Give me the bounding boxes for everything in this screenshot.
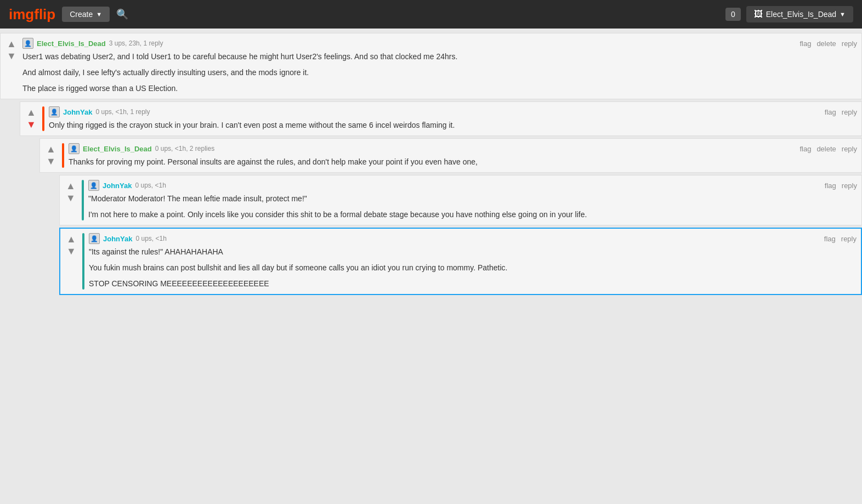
- downvote-button[interactable]: ▼: [65, 192, 77, 204]
- comment-username[interactable]: Elect_Elvis_Is_Dead: [83, 145, 152, 153]
- comment-user-icon: 👤: [88, 180, 99, 191]
- header-right: 0 🖼 Elect_Elvis_Is_Dead ▼: [725, 6, 853, 22]
- user-menu-chevron-icon: ▼: [840, 11, 846, 18]
- comment-block: ▲▼👤JohnYak0 ups, <1hflagreply"Its agains…: [59, 228, 862, 295]
- comment-content: 👤JohnYak0 ups, <1hflagreply"Its against …: [89, 233, 857, 290]
- comment-meta-left: 👤Elect_Elvis_Is_Dead0 ups, <1h, 2 replie…: [69, 143, 214, 154]
- comment-actions: flagreply: [825, 108, 857, 116]
- user-menu-button[interactable]: 🖼 Elect_Elvis_Is_Dead ▼: [746, 6, 853, 22]
- comment-meta: 👤JohnYak0 ups, <1hflagreply: [89, 233, 857, 244]
- comment-meta: 👤JohnYak0 ups, <1hflagreply: [88, 180, 857, 191]
- comment-paragraph: The place is rigged worse than a US Elec…: [22, 83, 857, 94]
- upvote-button[interactable]: ▲: [65, 233, 77, 245]
- comment-text: "Moderator Moderator! The mean leftie ma…: [88, 193, 857, 220]
- comment-username[interactable]: JohnYak: [63, 108, 92, 116]
- comment-block: ▲▼👤Elect_Elvis_Is_Dead0 ups, <1h, 2 repl…: [39, 138, 862, 173]
- comment-meta: 👤Elect_Elvis_Is_Dead3 ups, 23h, 1 replyf…: [22, 38, 857, 49]
- flag-link[interactable]: flag: [824, 235, 836, 243]
- header-left: imgflip Create ▼ 🔍: [9, 6, 128, 23]
- comment-content: 👤JohnYak0 ups, <1hflagreply"Moderator Mo…: [88, 180, 857, 220]
- comment-meta-left: 👤JohnYak0 ups, <1h, 1 reply: [49, 106, 150, 117]
- vote-column: ▲▼: [5, 38, 18, 62]
- comment-user-icon: 👤: [49, 106, 60, 117]
- reply-link[interactable]: reply: [842, 145, 857, 153]
- vote-column: ▲▼: [25, 106, 38, 131]
- delete-link[interactable]: delete: [816, 39, 836, 48]
- flag-link[interactable]: flag: [799, 145, 811, 153]
- reply-link[interactable]: reply: [842, 108, 857, 116]
- downvote-button[interactable]: ▼: [45, 155, 57, 167]
- comment-paragraph: You fukin mush brains can post bullshit …: [89, 262, 857, 274]
- indent-bar: [82, 180, 84, 220]
- create-label: Create: [70, 10, 93, 19]
- comment-content: 👤Elect_Elvis_Is_Dead0 ups, <1h, 2 replie…: [69, 143, 857, 168]
- comment-text: User1 was debating User2, and I told Use…: [22, 51, 857, 94]
- comment-username[interactable]: JohnYak: [103, 235, 132, 243]
- comment-block: ▲▼👤Elect_Elvis_Is_Dead3 ups, 23h, 1 repl…: [0, 33, 862, 99]
- comment-paragraph: Thanks for proving my point. Personal in…: [69, 156, 857, 168]
- comment-meta-info: 0 ups, <1h, 2 replies: [155, 145, 214, 152]
- reply-link[interactable]: reply: [842, 182, 857, 190]
- logo: imgflip: [9, 6, 55, 23]
- indent-bar: [42, 106, 44, 131]
- flag-link[interactable]: flag: [799, 39, 811, 48]
- comment-meta-left: 👤JohnYak0 ups, <1h: [89, 233, 167, 244]
- comment-paragraph: And almost daily, I see lefty's actually…: [22, 67, 857, 78]
- vote-column: ▲▼: [44, 143, 58, 167]
- flag-link[interactable]: flag: [825, 182, 836, 190]
- comment-actions: flagreply: [825, 182, 857, 190]
- downvote-button[interactable]: ▼: [5, 50, 18, 62]
- upvote-button[interactable]: ▲: [25, 106, 37, 118]
- comment-meta-info: 0 ups, <1h: [135, 182, 166, 189]
- flag-link[interactable]: flag: [825, 108, 836, 116]
- create-button[interactable]: Create ▼: [62, 7, 110, 22]
- notification-badge[interactable]: 0: [725, 8, 741, 21]
- comment-paragraph: "Moderator Moderator! The mean leftie ma…: [88, 193, 857, 205]
- vote-column: ▲▼: [65, 233, 78, 257]
- comment-content: 👤JohnYak0 ups, <1h, 1 replyflagreplyOnly…: [49, 106, 857, 131]
- comment-user-icon: 👤: [69, 143, 80, 154]
- comment-text: Thanks for proving my point. Personal in…: [69, 156, 857, 168]
- downvote-button[interactable]: ▼: [25, 118, 37, 131]
- comment-paragraph: STOP CENSORING MEEEEEEEEEEEEEEEEEEEE: [89, 278, 857, 290]
- reply-link[interactable]: reply: [841, 235, 857, 243]
- delete-link[interactable]: delete: [816, 145, 836, 153]
- comment-username[interactable]: JohnYak: [103, 182, 132, 190]
- logo-flip: flip: [34, 6, 55, 22]
- indent-bar: [62, 143, 64, 168]
- comment-meta-info: 0 ups, <1h: [135, 235, 166, 242]
- comment-block: ▲▼👤JohnYak0 ups, <1hflagreply"Moderator …: [59, 175, 862, 225]
- comment-text: "Its against the rules!" AHAHAHAHAHAYou …: [89, 246, 857, 290]
- comment-username[interactable]: Elect_Elvis_Is_Dead: [37, 39, 106, 48]
- comment-paragraph: Only thing rigged is the crayon stuck in…: [49, 120, 857, 131]
- comment-text: Only thing rigged is the crayon stuck in…: [49, 120, 857, 131]
- comment-meta-info: 3 ups, 23h, 1 reply: [109, 39, 163, 47]
- comment-meta-left: 👤Elect_Elvis_Is_Dead3 ups, 23h, 1 reply: [22, 38, 163, 49]
- comment-actions: flagreply: [824, 235, 857, 243]
- upvote-button[interactable]: ▲: [5, 38, 18, 50]
- comment-meta-info: 0 ups, <1h, 1 reply: [95, 108, 150, 116]
- comment-user-icon: 👤: [89, 233, 100, 244]
- comment-paragraph: "Its against the rules!" AHAHAHAHAHA: [89, 246, 857, 258]
- comment-block: ▲▼👤JohnYak0 ups, <1h, 1 replyflagreplyOn…: [20, 101, 862, 136]
- comments-section: ▲▼👤Elect_Elvis_Is_Dead3 ups, 23h, 1 repl…: [0, 29, 862, 302]
- user-profile-icon: 🖼: [754, 9, 763, 19]
- comment-actions: flagdeletereply: [799, 39, 857, 48]
- logo-img: img: [9, 6, 34, 22]
- chevron-down-icon: ▼: [96, 11, 102, 18]
- upvote-button[interactable]: ▲: [65, 180, 77, 192]
- reply-link[interactable]: reply: [842, 39, 857, 48]
- indent-bar: [82, 233, 84, 290]
- search-icon[interactable]: 🔍: [116, 8, 128, 20]
- comment-meta-left: 👤JohnYak0 ups, <1h: [88, 180, 166, 191]
- comment-content: 👤Elect_Elvis_Is_Dead3 ups, 23h, 1 replyf…: [22, 38, 857, 94]
- comment-meta: 👤JohnYak0 ups, <1h, 1 replyflagreply: [49, 106, 857, 117]
- vote-column: ▲▼: [64, 180, 77, 204]
- comment-paragraph: User1 was debating User2, and I told Use…: [22, 51, 857, 63]
- downvote-button[interactable]: ▼: [65, 245, 77, 257]
- header-username: Elect_Elvis_Is_Dead: [766, 10, 836, 19]
- comment-user-icon: 👤: [22, 38, 33, 49]
- header: imgflip Create ▼ 🔍 0 🖼 Elect_Elvis_Is_De…: [0, 0, 862, 29]
- comment-paragraph: I'm not here to make a point. Only incel…: [88, 209, 857, 220]
- upvote-button[interactable]: ▲: [45, 143, 57, 155]
